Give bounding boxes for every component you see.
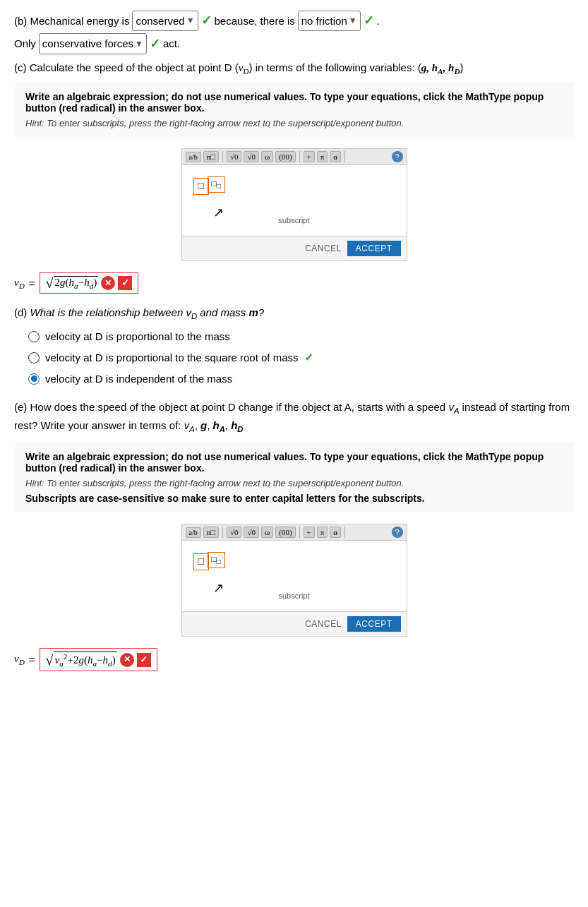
clear-answer-1[interactable]: ✕	[101, 276, 115, 290]
mt-sep-2c	[344, 527, 345, 538]
accept-button-2[interactable]: ACCEPT	[347, 616, 401, 632]
radio-2-check: ✓	[304, 351, 313, 364]
accept-button-1[interactable]: ACCEPT	[347, 241, 401, 256]
vd-label-2: vD	[14, 653, 25, 666]
mt-power-btn[interactable]: n□	[203, 151, 219, 162]
mt-help-btn[interactable]: ?	[392, 151, 403, 162]
mt-alpha-btn[interactable]: α	[330, 151, 341, 162]
mt-pi-btn-2[interactable]: π	[317, 527, 328, 538]
radio-1[interactable]	[28, 331, 40, 342]
conservative-check: ✓	[150, 33, 160, 55]
mt-sep1	[222, 151, 223, 162]
mathtype-editor-1: a/b n□ √0 √0 ω (00) + π α ? □ □□	[181, 148, 407, 261]
part-e-case-warning: Subscripts are case-sensitive so make su…	[25, 493, 563, 504]
part-d-section: (d) What is the relationship between vD …	[14, 306, 574, 385]
part-b-line2: Only conservative forces ▼ ✓ act.	[14, 33, 574, 55]
submit-answer-2[interactable]: ✓	[137, 653, 151, 667]
because-text: because, there is	[215, 12, 295, 30]
submit-answer-1[interactable]: ✓	[118, 276, 132, 290]
radio-3-label: velocity at D is independent of the mass	[45, 373, 232, 385]
no-friction-dropdown[interactable]: no friction ▼	[298, 11, 361, 32]
radio-option-1[interactable]: velocity at D is proportional to the mas…	[28, 330, 574, 342]
subscript-arrow-2: ↗	[213, 580, 224, 596]
mt-fraction-btn-2[interactable]: a/b	[186, 527, 201, 538]
mt-omega-btn[interactable]: ω	[261, 151, 273, 162]
radio-3[interactable]	[28, 373, 40, 385]
radio-2-label: velocity at D is proportional to the squ…	[45, 352, 299, 364]
part-b-section: (b) Mechanical energy is conserved ▼ ✓ b…	[14, 10, 574, 54]
mt-sep3	[344, 151, 345, 162]
mt-sqrt-btn-2[interactable]: √0	[227, 527, 242, 538]
mt-plus-btn[interactable]: +	[304, 151, 315, 162]
mt-omega-btn-2[interactable]: ω	[261, 527, 273, 538]
mt-plus-btn-2[interactable]: +	[304, 527, 315, 538]
subscript-arrow: ↗	[213, 205, 224, 220]
mt-sep-2a	[222, 527, 223, 538]
part-c-hint: Hint: To enter subscripts, press the rig…	[25, 118, 563, 128]
mathtype-actions-1: CANCEL ACCEPT	[182, 236, 407, 260]
part-c-section: (c) Calculate the speed of the object at…	[14, 61, 574, 294]
answer-box-1[interactable]: √ 2g(ha−hd) ✕ ✓	[40, 272, 139, 294]
mt-pi-btn[interactable]: π	[317, 151, 328, 162]
answer-box-2[interactable]: √ va2+2g(ha−hd) ✕ ✓	[40, 648, 157, 671]
radio-option-2[interactable]: velocity at D is proportional to the squ…	[28, 351, 574, 364]
mt-sqrt2-btn[interactable]: √0	[244, 151, 259, 162]
radio-option-3[interactable]: velocity at D is independent of the mass	[28, 373, 574, 385]
cancel-button-1[interactable]: CANCEL	[305, 241, 342, 256]
mt-power-btn-2[interactable]: n□	[203, 527, 219, 538]
sqrt-expression-1: √ 2g(ha−hd)	[46, 276, 99, 290]
part-e-section: (e) How does the speed of the object at …	[14, 399, 574, 671]
answer-row-2: vD = √ va2+2g(ha−hd) ✕ ✓	[14, 648, 574, 671]
part-e-bold-instruction: Write an algebraic expression; do not us…	[25, 451, 563, 474]
cancel-button-2[interactable]: CANCEL	[305, 616, 342, 632]
equals-1: =	[29, 277, 35, 289]
part-c-label: (c) Calculate the speed of the object at…	[14, 61, 574, 76]
mt-fraction-btn[interactable]: a/b	[186, 152, 201, 162]
part-c-instructions: Write an algebraic expression; do not us…	[14, 83, 574, 137]
sqrt-expression-2: √ va2+2g(ha−hd)	[46, 651, 117, 668]
radio-options: velocity at D is proportional to the mas…	[14, 330, 574, 385]
no-friction-check: ✓	[364, 10, 374, 32]
conservative-dropdown-arrow: ▼	[135, 37, 143, 51]
mt-sqrt2-btn-2[interactable]: √0	[244, 527, 259, 538]
mt-alpha-btn-2[interactable]: α	[330, 527, 341, 538]
mathtype-actions-2: CANCEL ACCEPT	[182, 611, 407, 636]
mathtype-toolbar-1: a/b n□ √0 √0 ω (00) + π α ?	[182, 149, 407, 165]
mathtype-editor-area-2[interactable]: □ □□ ↗ subscript	[182, 541, 407, 611]
part-e-instructions: Write an algebraic expression; do not us…	[14, 443, 574, 512]
answer-row-1: vD = √ 2g(ha−hd) ✕ ✓	[14, 272, 574, 294]
mathtype-editor-2: a/b n□ √0 √0 ω (00) + π α ? □ □□	[181, 524, 407, 637]
equals-2: =	[29, 654, 35, 666]
period1: .	[377, 12, 380, 30]
only-text: Only	[14, 35, 36, 53]
mt-matrix-btn-2[interactable]: (00)	[275, 527, 295, 538]
part-b-prefix: (b) Mechanical energy is	[14, 12, 129, 30]
mt-sqrt-btn[interactable]: √0	[227, 151, 242, 162]
part-b-line1: (b) Mechanical energy is conserved ▼ ✓ b…	[14, 10, 574, 32]
part-d-label: (d) What is the relationship between vD …	[14, 306, 574, 320]
part-c-bold-instruction: Write an algebraic expression; do not us…	[25, 91, 563, 114]
radio-2[interactable]	[28, 352, 40, 364]
no-friction-dropdown-arrow: ▼	[349, 13, 357, 28]
conserved-dropdown[interactable]: conserved ▼	[132, 11, 198, 32]
conserved-dropdown-arrow: ▼	[186, 13, 195, 28]
radio-1-label: velocity at D is proportional to the mas…	[45, 330, 230, 342]
mt-matrix-btn[interactable]: (00)	[275, 151, 295, 162]
part-e-label: (e) How does the speed of the object at …	[14, 399, 574, 436]
conserved-check: ✓	[201, 10, 212, 32]
mathtype-editor-area-1[interactable]: □ □□ ↗ subscript	[182, 165, 407, 236]
conservative-forces-dropdown[interactable]: conservative forces ▼	[39, 33, 147, 54]
clear-answer-2[interactable]: ✕	[120, 653, 134, 667]
act-text: act.	[163, 35, 180, 53]
mt-sep2	[299, 151, 300, 162]
mt-help-btn-2[interactable]: ?	[392, 527, 403, 538]
mathtype-toolbar-2: a/b n□ √0 √0 ω (00) + π α ?	[182, 524, 407, 541]
mt-sep-2b	[299, 527, 300, 538]
vd-label-1: vD	[14, 277, 25, 290]
part-e-hint: Hint: To enter subscripts, press the rig…	[25, 478, 563, 488]
